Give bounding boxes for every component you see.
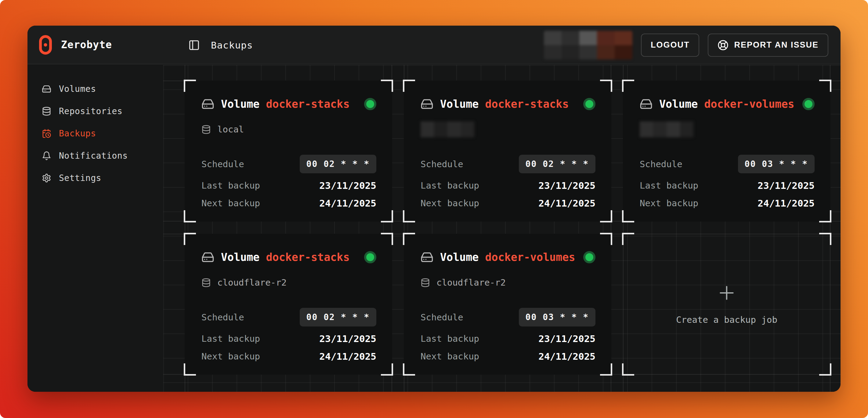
bracket-corner xyxy=(819,79,831,92)
next-backup-value: 24/11/2025 xyxy=(538,198,595,209)
hard-drive-icon xyxy=(421,98,433,110)
repository-name: cloudflare-r2 xyxy=(436,277,506,288)
report-issue-button[interactable]: REPORT AN ISSUE xyxy=(708,34,828,57)
last-backup-label: Last backup xyxy=(421,180,479,191)
schedule-label: Schedule xyxy=(640,159,682,169)
logout-label: LOGOUT xyxy=(651,40,690,50)
card-header: Volume docker-volumes xyxy=(640,98,814,110)
desktop-background: Zerobyte Backups LOGOUT REPORT AN ISSUE xyxy=(0,0,868,418)
next-backup-label: Next backup xyxy=(421,198,479,208)
calendar-clock-icon xyxy=(42,129,51,138)
logo-dot xyxy=(44,43,47,46)
card-header: Volume docker-stacks xyxy=(202,98,376,110)
bracket-corner xyxy=(622,210,634,222)
bracket-corner xyxy=(600,79,612,92)
plus-icon xyxy=(717,284,736,302)
bracket-corner xyxy=(819,210,831,222)
volume-name: docker-stacks xyxy=(266,98,350,110)
sidebar-item-backups[interactable]: Backups xyxy=(28,122,163,144)
bracket-corner xyxy=(381,79,393,92)
card-title: Volume docker-stacks xyxy=(440,98,568,110)
last-backup-value: 23/11/2025 xyxy=(757,180,814,191)
sidebar-toggle-icon[interactable] xyxy=(188,39,200,51)
card-stats: Schedule00 03 * * * Last backup23/11/202… xyxy=(640,155,814,209)
card-header: Volume docker-volumes xyxy=(421,251,595,264)
schedule-label: Schedule xyxy=(202,159,244,169)
last-backup-value: 23/11/2025 xyxy=(319,180,376,191)
sidebar-item-label: Notifications xyxy=(59,151,128,161)
gear-icon xyxy=(42,173,51,183)
create-backup-job-card[interactable]: Create a backup job xyxy=(623,234,831,375)
status-dot xyxy=(583,98,595,110)
bracket-corner xyxy=(381,363,393,376)
sidebar-item-volumes[interactable]: Volumes xyxy=(28,78,163,100)
card-title: Volume docker-stacks xyxy=(221,98,349,110)
bracket-corner xyxy=(381,233,393,245)
card-stats: Schedule00 02 * * * Last backup23/11/202… xyxy=(202,308,376,362)
backup-job-card[interactable]: Volume docker-stacks local Schedule00 02… xyxy=(185,81,392,222)
hard-drive-icon xyxy=(202,98,214,110)
bracket-corner xyxy=(184,363,196,376)
bracket-corner xyxy=(600,363,612,376)
bracket-corner xyxy=(403,233,415,245)
schedule-label: Schedule xyxy=(202,312,244,322)
card-stats: Schedule00 02 * * * Last backup23/11/202… xyxy=(202,155,376,209)
next-backup-value: 24/11/2025 xyxy=(538,351,595,362)
bracket-corner xyxy=(622,363,634,376)
backup-job-card[interactable]: Volume docker-stacks cloudflare-r2 Sched… xyxy=(185,234,392,375)
last-backup-label: Last backup xyxy=(202,180,260,191)
next-backup-label: Next backup xyxy=(421,351,479,361)
app-window: Zerobyte Backups LOGOUT REPORT AN ISSUE xyxy=(28,26,840,392)
lifebuoy-icon xyxy=(717,40,728,51)
bracket-corner xyxy=(403,79,415,92)
schedule-badge: 00 02 * * * xyxy=(300,155,376,173)
sidebar-item-notifications[interactable]: Notifications xyxy=(28,144,163,167)
page-header: Backups xyxy=(188,26,253,64)
repository-name-redacted xyxy=(421,122,474,137)
repository-name: cloudflare-r2 xyxy=(217,277,287,288)
repository-row-redacted xyxy=(640,123,814,136)
schedule-badge: 00 02 * * * xyxy=(300,308,376,326)
card-header: Volume docker-stacks xyxy=(421,98,595,110)
repository-row-redacted xyxy=(421,123,595,136)
last-backup-value: 23/11/2025 xyxy=(319,333,376,344)
bracket-corner xyxy=(600,233,612,245)
schedule-badge: 00 02 * * * xyxy=(519,155,595,173)
bracket-corner xyxy=(184,79,196,92)
sidebar-item-label: Settings xyxy=(59,173,101,183)
repository-row: cloudflare-r2 xyxy=(202,276,376,289)
schedule-badge: 00 03 * * * xyxy=(738,155,814,173)
volume-name: docker-volumes xyxy=(485,251,575,263)
next-backup-label: Next backup xyxy=(202,351,260,361)
volume-name: docker-volumes xyxy=(705,98,795,110)
top-bar: Zerobyte Backups LOGOUT REPORT AN ISSUE xyxy=(28,26,840,64)
backup-job-card[interactable]: Volume docker-volumes Schedule00 03 * * … xyxy=(623,81,831,222)
backup-job-card[interactable]: Volume docker-stacks Schedule00 02 * * *… xyxy=(404,81,611,222)
database-icon xyxy=(202,278,211,287)
sidebar-item-label: Backups xyxy=(59,128,96,138)
next-backup-value: 24/11/2025 xyxy=(757,198,814,209)
schedule-label: Schedule xyxy=(421,312,463,322)
bracket-corner xyxy=(819,233,831,245)
bracket-corner xyxy=(381,210,393,222)
next-backup-label: Next backup xyxy=(202,198,260,208)
logout-button[interactable]: LOGOUT xyxy=(641,34,700,57)
last-backup-label: Last backup xyxy=(640,180,698,191)
card-stats: Schedule00 02 * * * Last backup23/11/202… xyxy=(421,155,595,209)
zerobyte-logo-icon xyxy=(39,35,52,55)
sidebar-item-settings[interactable]: Settings xyxy=(28,167,163,189)
last-backup-value: 23/11/2025 xyxy=(538,333,595,344)
volume-name: docker-stacks xyxy=(266,251,350,263)
status-dot xyxy=(364,251,376,263)
user-info-redacted xyxy=(544,31,632,60)
bracket-corner xyxy=(819,363,831,376)
hard-drive-icon xyxy=(42,84,51,94)
status-dot xyxy=(364,98,376,110)
backup-job-card[interactable]: Volume docker-volumes cloudflare-r2 Sche… xyxy=(404,234,611,375)
page-title: Backups xyxy=(211,40,253,51)
create-backup-job-label: Create a backup job xyxy=(676,315,777,325)
repository-row: local xyxy=(202,123,376,136)
hard-drive-icon xyxy=(202,251,214,264)
schedule-badge: 00 03 * * * xyxy=(519,308,595,326)
sidebar-item-repositories[interactable]: Repositories xyxy=(28,100,163,122)
